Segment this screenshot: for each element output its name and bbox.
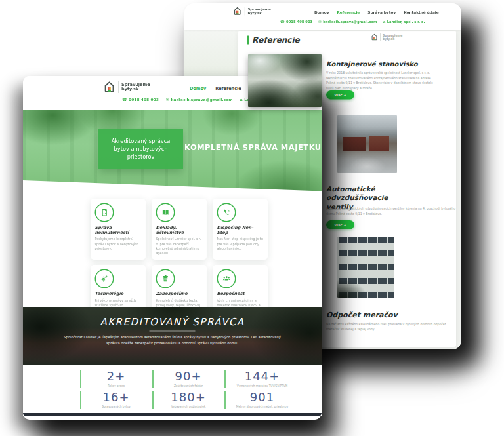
more-button[interactable]: Viac + [326,90,354,100]
card-title: Doklady, účtovníctvo [156,225,203,235]
logo-text: Spravujemebyty.sk [121,82,150,92]
stats-section: 2+Rokov praxe 90+Zaúčtovaných faktúr 144… [23,365,322,416]
stat-item: 144+Vymenených meračov TÚV/SV/PRVN [224,370,299,388]
nav-referencie[interactable]: Referencie [215,86,241,96]
card-title: Zabezpečíme [156,291,203,296]
stat-item: 2+Rokov praxe [80,370,151,388]
stat-label: Vymenených meračov TÚV/SV/PRVN [237,384,287,387]
stat-item: 901Metrov štvorcových nebyt. priestorov [224,391,299,409]
reference-text: Inštalácia automatických odvzdušňovacích… [326,207,457,216]
stat-value: 2+ [107,369,126,383]
features-section: Správa nehnuteľností Poskytujeme komplet… [23,195,322,307]
feature-card: Doklady, účtovníctvo Spoločnosť Landier … [152,199,207,260]
site-logo[interactable]: Spravujemebyty.sk [233,7,271,16]
card-title: Správa nehnuteľností [95,225,142,235]
contact-row: ☎0918 498 903 ✉kadlecik.sprava@gmail.com… [280,20,425,24]
logo-divider [118,81,119,93]
nav-sprava-bytov[interactable]: Správa bytov [368,10,396,14]
stats-row: 16+Spravovaných bytov 180+Vybavených pož… [80,391,322,409]
building-icon: ⌂ [383,20,385,24]
card-text: Poskytujeme kompletnú správu bytov a neb… [95,237,142,251]
reference-text: V roku 2018 uskutočnila správcovská spol… [326,71,441,90]
logo-divider [245,7,245,16]
stat-label: Metrov štvorcových nebyt. priestorov [236,405,288,408]
gears-icon [95,269,114,288]
logo-text: Spravujemebyty.sk [248,7,271,15]
phone-icon: ☎ [280,20,285,24]
stat-value: 90+ [175,369,202,383]
stat-value: 180+ [171,390,205,404]
card-title: Bezpečnosť [217,291,264,296]
accredited-section: AKREDITOVANÝ SPRÁVCA Spoločnosť Landier … [23,307,322,365]
nav-domov[interactable]: Domov [190,86,206,96]
section-title: AKREDITOVANÝ SPRÁVCA [23,316,322,328]
hero-typed-text: KOMPLETNÁ SPRÁVA MAJETKU [184,143,322,151]
book-icon [156,203,175,222]
watermark-logo: Spravujemebyty.sk [371,33,402,41]
phone-link[interactable]: ☎0918 498 903 [122,97,159,102]
container-stand-photo [248,54,322,107]
nav-domov[interactable]: Domov [314,10,329,14]
features-grid: Správa nehnuteľností Poskytujeme komplet… [91,199,268,321]
references-header: Spravujemebyty.sk Domov Referencie Správ… [184,3,461,30]
divider [150,331,196,332]
reference-text: Na začiatku každého kalendárneho roku pr… [326,322,451,332]
email-link[interactable]: ✉kadlecik.sprava@gmail.com [166,97,233,102]
building-facade-photo [337,237,394,298]
stats-row: 2+Rokov praxe 90+Zaúčtovaných faktúr 144… [80,370,322,388]
phone-link[interactable]: ☎0918 498 903 [280,20,312,24]
email-link[interactable]: ✉kadlecik.sprava@gmail.com [318,20,377,24]
accredited-content: AKREDITOVANÝ SPRÁVCA Spoločnosť Landier … [23,307,322,346]
stat-item: 90+Zaúčtovaných faktúr [152,370,223,388]
card-title: Technológie [95,291,142,296]
phone-icon: ☎ [122,97,127,102]
homepage-screenshot: Spravujemebyty.sk Domov Referencie Správ… [23,76,322,420]
company-link[interactable]: ⌂Landier, spol. s r. o. [383,20,425,24]
hero-badge: Akreditovaný správca bytov a nebytových … [98,129,183,169]
building-icon: ⌂ [240,97,243,102]
hero-section: Akreditovaný správca bytov a nebytových … [23,110,322,195]
title-accent-bar [247,36,249,45]
envelope-icon: ✉ [166,97,169,102]
house-logo-icon [371,33,378,41]
envelope-icon: ✉ [318,20,321,24]
reference-heading: Kontajnerové stanovisko [326,60,418,68]
card-text: Spoločnosť Landier spol. s r. o. pre Vás… [156,237,203,256]
rainy-street-photo [337,115,397,173]
stat-label: Vybavených požiadaviek [171,405,206,408]
logo-divider [380,33,381,41]
stat-value: 144+ [245,369,280,383]
logo-text: Spravujemebyty.sk [383,33,402,40]
card-text: Náš Non-stop dispečing je tu pre Vás v p… [217,237,264,251]
trash-icon [156,269,175,288]
reference-heading: Odpočet meračov [326,310,398,319]
footer-strip [23,413,322,416]
main-nav: Domov Referencie Správa bytov Kontaktné … [314,10,439,14]
nav-kontaktne-udaje[interactable]: Kontaktné údaje [404,10,439,14]
house-logo-icon [233,7,242,16]
section-text: Spoločnosť Landier je úspešným absolvent… [61,334,284,346]
people-icon [217,269,236,288]
stage: Spravujemebyty.sk Domov Referencie Správ… [0,0,504,436]
building-icon [95,203,114,222]
nav-referencie[interactable]: Referencie [337,10,360,14]
stat-item: 16+Spravovaných bytov [80,391,151,409]
feature-card: Dispečing Non-Stop Náš Non-stop dispečin… [213,199,268,260]
house-logo-icon [103,81,116,93]
phone-icon [217,203,236,222]
stat-label: Zaúčtovaných faktúr [174,384,203,387]
more-button[interactable]: Viac + [326,220,354,229]
mockup-canvas: Spravujemebyty.sk Domov Referencie Správ… [0,0,504,436]
page-title: Referencie [247,35,300,45]
feature-card: Správa nehnuteľností Poskytujeme komplet… [91,199,146,260]
stat-value: 901 [250,390,274,404]
site-logo[interactable]: Spravujemebyty.sk [103,81,150,93]
stat-label: Spravovaných bytov [102,405,131,408]
stat-label: Rokov praxe [108,384,125,387]
stat-value: 16+ [103,390,130,404]
card-title: Dispečing Non-Stop [217,225,264,235]
stat-item: 180+Vybavených požiadaviek [152,391,223,409]
